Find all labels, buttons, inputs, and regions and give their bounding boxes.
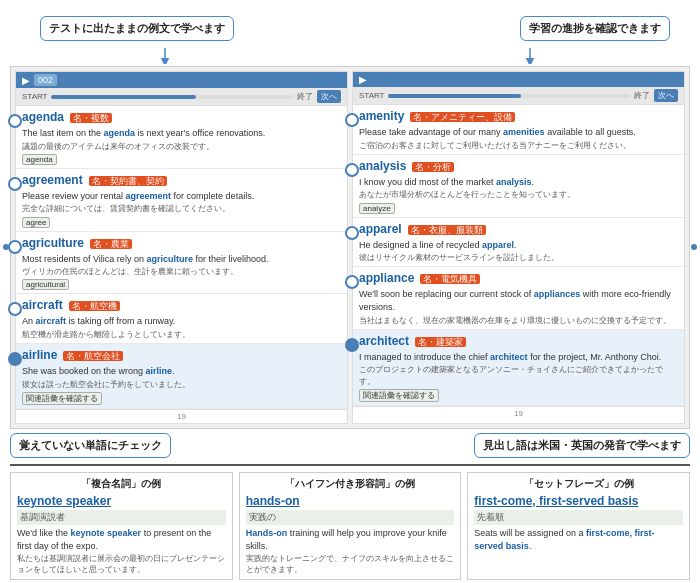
entry-airline: airline 名・航空会社 She was booked on the wro… xyxy=(16,344,347,409)
dict-header-right: ▶ xyxy=(353,72,684,87)
example-sentence-set: Seats will be assigned on a first-come, … xyxy=(474,527,683,552)
example-amenity: Please take advantage of our many amenit… xyxy=(359,126,678,139)
progress-end-right: 終了 xyxy=(634,90,650,101)
entry-aircraft: aircraft 名・航空機 An aircraft is taking off… xyxy=(16,294,347,344)
next-button-right[interactable]: 次へ xyxy=(654,89,678,102)
pos-architect: 名・建築家 xyxy=(415,337,466,347)
example-phrase-compound: keynote speaker xyxy=(17,494,226,508)
example-sentence-jp-compound: 私たちは基調演説者に展示会の最初の日にプレゼンテーションをしてほしいと思っていま… xyxy=(17,553,226,575)
example-appliance: We'll soon be replacing our current stoc… xyxy=(359,288,678,313)
example-agreement: Please review your rental agreement for … xyxy=(22,190,341,203)
example-jp-airline: 彼女は誤った航空会社に予約をしていました。 xyxy=(22,379,341,390)
check-agenda[interactable] xyxy=(8,114,22,128)
word-amenity: amenity xyxy=(359,109,404,123)
example-architect: I managed to introduce the chief archite… xyxy=(359,351,678,364)
audio-icon-right[interactable]: ▶ xyxy=(359,74,367,85)
example-analysis: I know you did most of the market analys… xyxy=(359,176,678,189)
pos-analysis: 名・分析 xyxy=(412,162,454,172)
progress-start: START xyxy=(22,92,47,101)
example-set-phrase: 「セットフレーズ」の例 first-come, first-served bas… xyxy=(467,472,690,581)
check-airline[interactable] xyxy=(8,352,22,366)
tag-architect: 関連語彙を確認する xyxy=(359,389,439,402)
callout-top-left: テストに出たままの例文で学べます xyxy=(40,16,234,41)
example-jp-aircraft: 航空機が滑走路から離陸しようとしています。 xyxy=(22,329,341,340)
word-apparel: apparel xyxy=(359,222,402,236)
pos-amenity: 名・アメニティー、設備 xyxy=(410,112,515,122)
example-sentence-compound: We'd like the keynote speaker to present… xyxy=(17,527,226,552)
progress-end: 終了 xyxy=(297,91,313,102)
entry-agreement: agreement 名・契約書、契約 Please review your re… xyxy=(16,169,347,232)
progress-bar-left: START 終了 次へ xyxy=(16,88,347,106)
next-button-left[interactable]: 次へ xyxy=(317,90,341,103)
example-meaning-hyphen: 実践の xyxy=(246,510,455,525)
example-airline: She was booked on the wrong airline. xyxy=(22,365,341,378)
word-agreement: agreement xyxy=(22,173,83,187)
example-jp-apparel: 彼はリサイクル素材のサービスラインを設計しました。 xyxy=(359,252,678,263)
pos-agenda: 名・複数 xyxy=(70,113,112,123)
example-title-hyphen: 「ハイフン付き形容詞」の例 xyxy=(246,477,455,491)
word-aircraft: aircraft xyxy=(22,298,63,312)
progress-dots-left xyxy=(51,95,293,99)
pos-appliance: 名・電気機具 xyxy=(420,274,480,284)
callout-bottom-left: 覚えていない単語にチェック xyxy=(10,433,171,458)
example-phrase-set: first-come, first-served basis xyxy=(474,494,683,508)
check-aircraft[interactable] xyxy=(8,302,22,316)
example-jp-agenda: 議題の最後のアイテムは来年のオフィスの改装です。 xyxy=(22,141,341,152)
example-jp-agreement: 完全な詳細については、賃貸契約書を確認してください。 xyxy=(22,203,341,214)
word-analysis: analysis xyxy=(359,159,406,173)
example-title-compound: 「複合名詞」の例 xyxy=(17,477,226,491)
example-meaning-compound: 基調演説者 xyxy=(17,510,226,525)
example-aircraft: An aircraft is taking off from a runway. xyxy=(22,315,341,328)
progress-fill-left xyxy=(51,95,196,99)
check-apparel[interactable] xyxy=(345,226,359,240)
pos-apparel: 名・衣服、服装類 xyxy=(408,225,486,235)
progress-start-right: START xyxy=(359,91,384,100)
check-architect[interactable] xyxy=(345,338,359,352)
example-sentence-jp-hyphen: 実践的なトレーニングで、ナイフのスキルを向上させることができます。 xyxy=(246,553,455,575)
example-jp-analysis: あなたが市場分析のほとんどを行ったことを知っています。 xyxy=(359,189,678,200)
progress-fill-right xyxy=(388,94,521,98)
word-architect: architect xyxy=(359,334,409,348)
example-jp-amenity: ご宿泊のお客さまに対してご利用いただける当アナニーをご利用ください。 xyxy=(359,140,678,151)
word-agriculture: agriculture xyxy=(22,236,84,250)
header-num: 002 xyxy=(34,74,57,86)
entry-amenity: amenity 名・アメニティー、設備 Please take advantag… xyxy=(353,105,684,155)
tag-airline: 関連語彙を確認する xyxy=(22,392,102,405)
example-jp-appliance: 当社はまもなく、現在の家電機器の在庫をより環境に優しいものに交換する予定です。 xyxy=(359,315,678,326)
pos-agriculture: 名・農業 xyxy=(90,239,132,249)
dict-right-column: ▶ START 終了 次へ amenity 名・アメニティー、設備 Please… xyxy=(352,71,685,424)
entry-agriculture: agriculture 名・農業 Most residents of Vilic… xyxy=(16,232,347,295)
callout-top-right: 学習の進捗を確認できます xyxy=(520,16,670,41)
check-analysis[interactable] xyxy=(345,163,359,177)
examples-section: 「複合名詞」の例 keynote speaker 基調演説者 We'd like… xyxy=(10,464,690,581)
example-jp-architect: このプロジェクトの建築家となるアンソニー・チョイさんにご紹介できてよかったです。 xyxy=(359,364,678,386)
example-agenda: The last item on the agenda is next year… xyxy=(22,127,341,140)
callout-bottom-right: 見出し語は米国・英国の発音で学べます xyxy=(474,433,690,458)
check-agreement[interactable] xyxy=(8,177,22,191)
example-jp-agriculture: ヴィリカの住民のほとんどは、生計を農業に頼っています。 xyxy=(22,266,341,277)
check-agriculture[interactable] xyxy=(8,240,22,254)
progress-bar-right: START 終了 次へ xyxy=(353,87,684,105)
example-phrase-hyphen: hands-on xyxy=(246,494,455,508)
example-meaning-set: 先着順 xyxy=(474,510,683,525)
word-appliance: appliance xyxy=(359,271,414,285)
audio-icon[interactable]: ▶ xyxy=(22,75,30,86)
check-amenity[interactable] xyxy=(345,113,359,127)
entry-apparel: apparel 名・衣服、服装類 He designed a line of r… xyxy=(353,218,684,268)
entry-analysis: analysis 名・分析 I know you did most of the… xyxy=(353,155,684,218)
page-num-left: 19 xyxy=(16,409,347,423)
tag-agenda: agenda xyxy=(22,154,57,165)
example-hyphen-adj: 「ハイフン付き形容詞」の例 hands-on 実践の Hands-on trai… xyxy=(239,472,462,581)
example-sentence-hyphen: Hands-on training will help you improve … xyxy=(246,527,455,552)
example-agriculture: Most residents of Vilica rely on agricul… xyxy=(22,253,341,266)
example-title-set: 「セットフレーズ」の例 xyxy=(474,477,683,491)
tag-agreement: agree xyxy=(22,217,50,228)
tag-analysis: analyze xyxy=(359,203,395,214)
word-agenda: agenda xyxy=(22,110,64,124)
example-apparel: He designed a line of recycled apparel. xyxy=(359,239,678,252)
tag-agriculture: agricultural xyxy=(22,279,69,290)
entry-agenda: agenda 名・複数 The last item on the agenda … xyxy=(16,106,347,169)
check-appliance[interactable] xyxy=(345,275,359,289)
pos-aircraft: 名・航空機 xyxy=(69,301,120,311)
pos-agreement: 名・契約書、契約 xyxy=(89,176,167,186)
